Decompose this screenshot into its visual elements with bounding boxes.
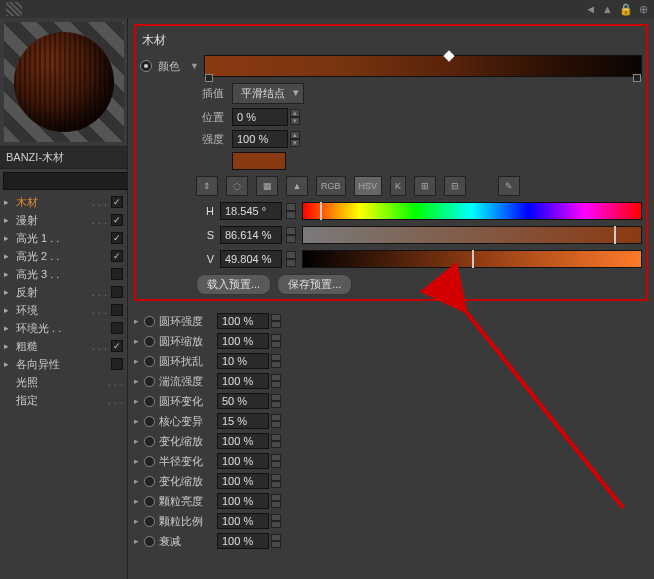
channel-checkbox[interactable]	[111, 340, 123, 352]
channel-row[interactable]: ▸环境光 . .	[0, 319, 127, 337]
s-spinner[interactable]	[286, 227, 296, 243]
color-tool-button[interactable]: ⊟	[444, 176, 466, 196]
v-spinner[interactable]	[286, 251, 296, 267]
sat-slider[interactable]	[302, 226, 642, 244]
channel-row[interactable]: ▸高光 2 . .	[0, 247, 127, 265]
param-field[interactable]: 100 %	[217, 333, 269, 349]
param-radio[interactable]	[144, 376, 155, 387]
param-expand-icon[interactable]: ▸	[134, 316, 144, 326]
param-radio[interactable]	[144, 436, 155, 447]
hue-thumb[interactable]	[320, 202, 322, 220]
material-preview[interactable]	[4, 22, 124, 142]
param-spinner[interactable]	[271, 354, 281, 368]
param-field[interactable]: 100 %	[217, 473, 269, 489]
param-spinner[interactable]	[271, 514, 281, 528]
gradient-bar[interactable]	[204, 55, 642, 77]
param-spinner[interactable]	[271, 334, 281, 348]
param-expand-icon[interactable]: ▸	[134, 356, 144, 366]
expand-icon[interactable]: ▸	[4, 305, 12, 315]
color-radio[interactable]	[140, 60, 152, 72]
channel-checkbox[interactable]	[111, 214, 123, 226]
param-spinner[interactable]	[271, 534, 281, 548]
expand-icon[interactable]: ▸	[4, 233, 12, 243]
param-radio[interactable]	[144, 416, 155, 427]
color-tool-button[interactable]: RGB	[316, 176, 346, 196]
expand-icon[interactable]: ▸	[4, 359, 12, 369]
expand-icon[interactable]: ▸	[4, 197, 12, 207]
channel-row[interactable]: ▸环境. . .	[0, 301, 127, 319]
channel-row[interactable]: ▸粗糙. . .	[0, 337, 127, 355]
param-expand-icon[interactable]: ▸	[134, 536, 144, 546]
expand-icon[interactable]: ▸	[4, 215, 12, 225]
gradient-stop-left[interactable]	[205, 74, 213, 82]
param-radio[interactable]	[144, 476, 155, 487]
param-expand-icon[interactable]: ▸	[134, 336, 144, 346]
interp-dropdown[interactable]: 平滑结点	[232, 83, 304, 104]
intensity-field[interactable]: 100 %	[232, 130, 288, 148]
param-expand-icon[interactable]: ▸	[134, 476, 144, 486]
expand-icon[interactable]: ▸	[4, 323, 12, 333]
param-spinner[interactable]	[271, 474, 281, 488]
param-radio[interactable]	[144, 496, 155, 507]
param-radio[interactable]	[144, 516, 155, 527]
param-field[interactable]: 50 %	[217, 393, 269, 409]
pos-field[interactable]: 0 %	[232, 108, 288, 126]
param-field[interactable]: 100 %	[217, 373, 269, 389]
channel-row[interactable]: ▸漫射. . .	[0, 211, 127, 229]
param-field[interactable]: 100 %	[217, 453, 269, 469]
color-tool-button[interactable]: ▲	[286, 176, 308, 196]
channel-row[interactable]: 指定. . .	[0, 391, 127, 409]
param-field[interactable]: 100 %	[217, 313, 269, 329]
param-spinner[interactable]	[271, 414, 281, 428]
h-field[interactable]: 18.545 °	[220, 202, 282, 220]
expand-icon[interactable]: ▸	[4, 341, 12, 351]
param-radio[interactable]	[144, 456, 155, 467]
lock-icon[interactable]: 🔒	[619, 3, 633, 16]
add-icon[interactable]: ⊕	[639, 3, 648, 16]
color-tool-button[interactable]: ◌	[226, 176, 248, 196]
channel-row[interactable]: ▸高光 3 . .	[0, 265, 127, 283]
v-field[interactable]: 49.804 %	[220, 250, 282, 268]
param-radio[interactable]	[144, 316, 155, 327]
val-thumb[interactable]	[472, 250, 474, 268]
channel-checkbox[interactable]	[111, 196, 123, 208]
channel-row[interactable]: ▸各向异性	[0, 355, 127, 373]
val-slider[interactable]	[302, 250, 642, 268]
channel-checkbox[interactable]	[111, 250, 123, 262]
s-field[interactable]: 86.614 %	[220, 226, 282, 244]
color-swatch[interactable]	[232, 152, 286, 170]
h-spinner[interactable]	[286, 203, 296, 219]
param-expand-icon[interactable]: ▸	[134, 496, 144, 506]
expand-icon[interactable]: ▸	[4, 251, 12, 261]
param-radio[interactable]	[144, 356, 155, 367]
intensity-spinner[interactable]: ▴▾	[290, 131, 300, 147]
channel-row[interactable]: ▸高光 1 . .	[0, 229, 127, 247]
param-spinner[interactable]	[271, 494, 281, 508]
param-radio[interactable]	[144, 536, 155, 547]
param-field[interactable]: 15 %	[217, 413, 269, 429]
hue-slider[interactable]	[302, 202, 642, 220]
color-tool-button[interactable]: ⊞	[414, 176, 436, 196]
expand-icon[interactable]: ▸	[4, 287, 12, 297]
color-tool-button[interactable]: K	[390, 176, 406, 196]
channel-checkbox[interactable]	[111, 286, 123, 298]
param-expand-icon[interactable]: ▸	[134, 396, 144, 406]
channel-checkbox[interactable]	[111, 268, 123, 280]
gradient-stop-right[interactable]	[633, 74, 641, 82]
param-field[interactable]: 100 %	[217, 493, 269, 509]
param-expand-icon[interactable]: ▸	[134, 416, 144, 426]
param-expand-icon[interactable]: ▸	[134, 456, 144, 466]
channel-row[interactable]: 光照. . .	[0, 373, 127, 391]
channel-checkbox[interactable]	[111, 358, 123, 370]
param-expand-icon[interactable]: ▸	[134, 376, 144, 386]
param-spinner[interactable]	[271, 454, 281, 468]
param-spinner[interactable]	[271, 374, 281, 388]
param-expand-icon[interactable]: ▸	[134, 436, 144, 446]
param-radio[interactable]	[144, 396, 155, 407]
material-name[interactable]: BANZI-木材	[0, 146, 127, 169]
channel-checkbox[interactable]	[111, 232, 123, 244]
color-tool-button[interactable]: ⇕	[196, 176, 218, 196]
param-spinner[interactable]	[271, 314, 281, 328]
param-field[interactable]: 10 %	[217, 353, 269, 369]
color-tool-button[interactable]: ▦	[256, 176, 278, 196]
